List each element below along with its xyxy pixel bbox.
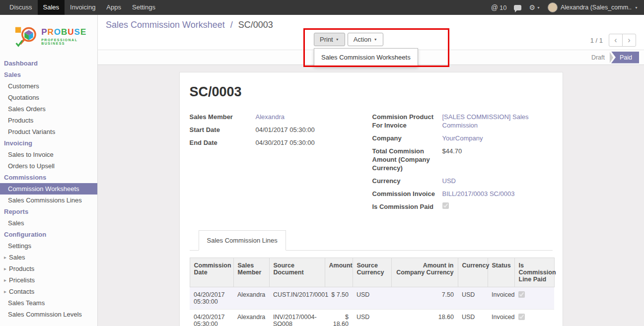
sidebar-item-contacts[interactable]: ▸Contacts [0,286,97,297]
status-paid-badge[interactable]: Paid [611,52,639,64]
sidebar: PROBUSE PROFESSIONAL BUSINESS Dashboard … [0,15,98,326]
cell-commission-date: 04/20/2017 05:30:00 [190,310,233,326]
sidebar-item-products[interactable]: Products [0,115,97,126]
form-view: SC/0003 Sales Member Alexandra Start Dat… [98,65,644,326]
sidebar-item-quotations[interactable]: Quotations [0,92,97,103]
sidebar-item-label: Sales [9,254,25,261]
sidebar-item-orders-to-upsell[interactable]: Orders to Upsell [0,160,97,172]
sidebar-item-label: Contacts [9,288,34,295]
menu-sales[interactable]: Sales [38,0,65,15]
sidebar-item-sales-teams[interactable]: Sales Teams [0,297,97,309]
sidebar-item-sales-to-invoice[interactable]: Sales to Invoice [0,149,97,160]
field-commission-invoice: Commission Invoice BILL/2017/0003 SC/000… [372,190,553,198]
cell-source-currency: USD [353,310,391,326]
currency-link[interactable]: USD [442,177,456,185]
action-button[interactable]: Action ▼ [348,33,383,46]
debug-menu[interactable]: ⚙ ▼ [529,3,540,11]
sidebar-item-customers[interactable]: Customers [0,80,97,92]
expand-caret-icon: ▸ [4,289,6,294]
menu-settings[interactable]: Settings [127,0,161,15]
logo-subtitle: PROFESSIONAL BUSINESS [41,38,97,45]
logo-letter: S [74,27,80,37]
commission-product-link[interactable]: [SALES COMMISSION] Sales Commission [442,113,553,130]
breadcrumb-separator: / [230,20,233,30]
line-paid-checkbox [518,291,525,298]
breadcrumb: Sales Commission Worksheet / SC/0003 [106,20,273,30]
cell-source-currency: USD [353,287,391,310]
menu-discuss[interactable]: Discuss [4,0,38,15]
field-label: Commision Product For Invoice [372,113,442,130]
sidebar-nav: Dashboard Sales Customers Quotations Sal… [0,57,97,320]
topbar-right: @ 10 ⚙ ▼ Alexandra (Sales_comm.. ▼ [491,0,644,15]
print-button-label: Print [320,36,333,43]
field-is-commission-paid: Is Commission Paid [372,202,553,211]
company-link[interactable]: YourCompany [442,134,483,142]
cell-amount-company-currency: 18.60 [391,310,458,326]
sidebar-section-invoicing[interactable]: Invoicing [0,137,97,149]
sidebar-item-sales-commission-levels[interactable]: Sales Commission Levels [0,309,97,320]
total-commission-amount-value: $44.70 [442,147,462,155]
field-label: Is Commission Paid [372,202,442,211]
cell-status: Invoiced [488,310,514,326]
cell-currency: USD [458,310,488,326]
sidebar-item-dashboard[interactable]: Dashboard [0,58,97,69]
sidebar-section-reports[interactable]: Reports [0,206,97,217]
tab-sales-commission-lines[interactable]: Sales Commission Lines [199,230,286,251]
field-company: Company YourCompany [372,134,553,142]
probuse-logo-icon [15,23,38,50]
sidebar-item-sales-commissions-lines[interactable]: Sales Commissions Lines [0,195,97,206]
status-draft[interactable]: Draft [586,52,610,63]
cell-sales-member: Alexandra [233,310,269,326]
cell-amount-company-currency: 7.50 [391,287,458,310]
sidebar-section-configuration[interactable]: Configuration [0,229,97,240]
sidebar-item-config-products[interactable]: ▸Products [0,263,97,274]
menu-apps[interactable]: Apps [101,0,127,15]
line-paid-checkbox [518,314,525,320]
sidebar-section-sales[interactable]: Sales [0,69,97,80]
logo-letter: U [68,27,74,37]
col-header-currency: Currency [458,258,488,287]
table-row[interactable]: 04/20/2017 05:30:00 Alexandra CUST.IN/20… [190,287,554,310]
field-total-commission-amount: Total Commision Amount (Company Currency… [372,147,553,172]
avatar [548,2,558,12]
cell-status: Invoiced [488,287,514,310]
action-buttons: Print ▼ Action ▼ [314,33,383,46]
logo-letter: P [41,27,47,37]
commission-invoice-link[interactable]: BILL/2017/0003 SC/0003 [442,190,515,198]
chat-icon[interactable] [514,5,521,10]
field-label: Commission Invoice [372,190,442,198]
table-header-row: Commission Date Sales Member Source Docu… [190,258,554,287]
field-sales-member: Sales Member Alexandra [190,113,372,121]
table-row[interactable]: 04/20/2017 05:30:00 Alexandra INV/2017/0… [190,310,554,326]
user-menu[interactable]: Alexandra (Sales_comm.. ▼ [548,2,638,12]
sidebar-item-sales-orders[interactable]: Sales Orders [0,103,97,115]
sidebar-section-commissions[interactable]: Commissions [0,172,97,183]
user-name: Alexandra (Sales_comm.. [561,4,632,11]
breadcrumb-parent-link[interactable]: Sales Commission Worksheet [106,20,225,30]
breadcrumb-current: SC/0003 [238,20,273,30]
pager-next-button[interactable]: › [622,34,636,47]
sidebar-item-reports-sales[interactable]: Sales [0,217,97,229]
sidebar-item-label: Products [9,265,34,272]
sidebar-item-settings[interactable]: Settings [0,240,97,252]
sidebar-item-label: Pricelists [9,276,35,284]
start-date-value: 04/01/2017 05:30:00 [256,126,315,134]
probuse-logo-text: PROBUSE PROFESSIONAL BUSINESS [41,27,97,45]
menu-invoicing[interactable]: Invoicing [65,0,101,15]
sales-member-link[interactable]: Alexandra [256,113,285,121]
dropdown-item-sales-commission-worksheets[interactable]: Sales Commission Worksheets [314,51,418,64]
field-label: Company [372,134,442,142]
print-button[interactable]: Print ▼ [314,33,345,46]
sidebar-item-product-variants[interactable]: Product Variants [0,126,97,137]
pager-previous-button[interactable]: ‹ [609,34,623,47]
sidebar-item-commission-worksheets[interactable]: Commission Worksheets [0,183,97,195]
chevron-down-icon: ▼ [635,6,638,9]
at-icon: @ [491,3,498,11]
col-header-source-document: Source Document [269,258,325,287]
mention-counter[interactable]: @ 10 [491,3,507,11]
expand-caret-icon: ▸ [4,277,6,283]
sidebar-item-pricelists[interactable]: ▸Pricelists [0,274,97,286]
commission-lines-table: Commission Date Sales Member Source Docu… [190,258,555,326]
record-title: SC/0003 [190,84,553,100]
sidebar-item-config-sales[interactable]: ▸Sales [0,252,97,263]
